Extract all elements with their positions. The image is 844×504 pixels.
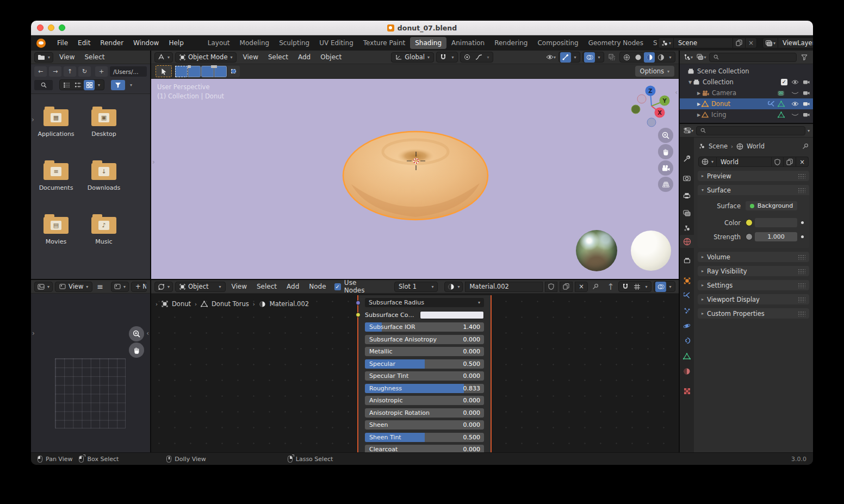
shader-menu-node[interactable]: Node (305, 282, 330, 291)
panel-ray-visibility[interactable]: ▸Ray Visibility (698, 266, 809, 276)
scene-copy-icon[interactable] (733, 38, 745, 48)
use-nodes-toggle[interactable]: ✓ Use Nodes (334, 280, 377, 294)
tab-view-layer-icon[interactable] (680, 207, 694, 220)
camera-visibility-icon[interactable] (803, 112, 810, 117)
subsurface-color-swatch[interactable] (420, 311, 484, 319)
crumb-world[interactable]: World (747, 142, 765, 150)
select-mode-subtract-icon[interactable] (201, 66, 214, 77)
viewport-type-icon[interactable]: ▾ (154, 52, 173, 63)
shader-menu-select[interactable]: Select (253, 282, 281, 291)
outliner-type-icon[interactable]: ▾ (683, 52, 694, 63)
scene-icon[interactable]: ▾ (659, 38, 674, 48)
properties-search-field[interactable] (696, 126, 805, 135)
file-browser-menu-view[interactable]: View (55, 52, 78, 62)
viewport-perspective-toggle-button[interactable] (658, 177, 673, 192)
select-mode-intersect-icon[interactable] (227, 66, 240, 77)
transform-orientation-dropdown[interactable]: Global▾ (391, 52, 434, 63)
color-socket-icon[interactable] (356, 313, 361, 318)
tab-object-icon[interactable] (680, 274, 694, 287)
outliner-row-collection[interactable]: ▼ Collection ✓ (680, 77, 813, 88)
panel-grip-icon[interactable] (798, 188, 805, 193)
proportional-falloff-icon[interactable] (473, 52, 484, 63)
world-copy-icon[interactable] (784, 157, 796, 167)
tab-scripting-cut[interactable]: S (648, 37, 658, 49)
breadcrumb-expand-icon[interactable]: › (156, 301, 158, 307)
viewport-camera-view-button[interactable] (658, 160, 673, 176)
material-fake-user-shield-icon[interactable] (545, 282, 557, 292)
select-mode-extend-icon[interactable] (188, 66, 201, 77)
viewport-menu-view[interactable]: View (239, 52, 262, 62)
proportional-edit-icon[interactable] (462, 52, 473, 63)
snap-dropdown[interactable]: ▾ (449, 52, 456, 63)
tab-modeling[interactable]: Modeling (235, 37, 275, 49)
viewport-menu-select[interactable]: Select (264, 52, 292, 62)
xray-toggle-icon[interactable] (606, 52, 617, 63)
shader-snap-magnet-icon[interactable] (620, 282, 631, 292)
panel-preview[interactable]: ▸Preview (698, 171, 809, 181)
overlays-toggle-icon[interactable] (584, 52, 595, 63)
properties-type-icon[interactable]: ▾ (683, 126, 694, 136)
shader-overlays-toggle-icon[interactable] (655, 282, 666, 292)
viewport-canvas[interactable]: User Perspective (1) Collection | Donut … (151, 79, 679, 279)
select-mode-invert-icon[interactable] (214, 66, 227, 77)
tab-sculpting[interactable]: Sculpting (274, 37, 314, 49)
strength-keyframe-dot[interactable] (801, 235, 804, 238)
shading-dropdown[interactable]: ▾ (667, 52, 674, 63)
display-mode-dropdown[interactable]: ▾ (95, 80, 103, 90)
image-editor-zoom-button[interactable] (129, 326, 144, 341)
panel-surface[interactable]: ▾Surface (698, 185, 809, 195)
menu-edit[interactable]: Edit (73, 37, 95, 49)
eye-open-icon[interactable] (791, 101, 799, 107)
tab-scene-icon[interactable] (680, 221, 694, 234)
strength-value-field[interactable]: 1.000 (755, 232, 797, 241)
collection-checkbox[interactable]: ✓ (781, 79, 787, 85)
gizmos-toggle-icon[interactable] (560, 52, 571, 63)
donut-object[interactable] (339, 123, 492, 227)
shader-overlays-dropdown[interactable]: ▾ (667, 282, 674, 292)
material-slot-dropdown[interactable]: Slot 1▾ (394, 282, 438, 292)
node-slider-subsurface-ior[interactable]: Subsurface IOR1.400 (365, 322, 484, 332)
display-horizontal-list-icon[interactable] (72, 80, 83, 90)
filter-toggle-icon[interactable] (111, 80, 125, 90)
tab-object-data-icon[interactable] (680, 350, 694, 363)
folder-item-downloads[interactable]: ↓ Downloads (80, 163, 127, 191)
tab-texture-icon[interactable] (680, 384, 694, 397)
shader-canvas[interactable]: › Donut › Donut Torus › Material.002 Sub… (151, 294, 679, 452)
strength-node-toggle[interactable] (746, 233, 753, 240)
file-browser-menu-select[interactable]: Select (81, 52, 109, 62)
node-slider-subsurface-anisotropy[interactable]: Subsurface Anisotropy0.000 (365, 335, 484, 344)
minimize-window-button[interactable] (48, 24, 54, 31)
panel-volume[interactable]: ▸Volume (698, 252, 809, 262)
camera-visibility-icon[interactable] (803, 79, 810, 85)
viewport-options-button[interactable]: Options▾ (635, 66, 674, 77)
scene-name[interactable]: Scene (674, 39, 733, 47)
eye-open-icon[interactable] (791, 79, 799, 85)
material-unlink-icon[interactable]: × (575, 282, 588, 292)
node-slider-anisotropic[interactable]: Anisotropic0.000 (365, 396, 484, 405)
node-slider-clearcoat[interactable]: Clearcoat0.000 (365, 445, 484, 452)
create-directory-icon[interactable]: + (95, 66, 108, 77)
snap-magnet-icon[interactable] (438, 52, 449, 63)
close-window-button[interactable] (37, 24, 44, 31)
node-slider-sheen[interactable]: Sheen0.000 (365, 420, 484, 430)
color-keyframe-dot[interactable] (801, 221, 804, 224)
tab-modifiers-icon[interactable] (680, 289, 694, 302)
node-slider-specular-tint[interactable]: Specular Tint0.000 (365, 371, 484, 381)
image-editor-type-icon[interactable]: ▾ (34, 282, 53, 292)
tab-tool-icon[interactable] (680, 152, 694, 165)
gizmos-dropdown[interactable]: ▾ (572, 52, 579, 63)
fake-user-shield-icon[interactable] (772, 157, 784, 167)
properties-options-dropdown[interactable]: ▾ (808, 128, 810, 133)
filter-dropdown[interactable]: ▾ (127, 80, 135, 90)
file-list-area[interactable]: › ▦ Applications ▣ Desktop ≡ Documents ↓… (31, 94, 150, 273)
world-browse-icon[interactable]: ▾ (698, 157, 717, 167)
tab-animation[interactable]: Animation (446, 37, 489, 49)
node-slider-anisotropic-rotation[interactable]: Anisotropic Rotation0.000 (365, 408, 484, 418)
material-pin-icon[interactable] (590, 282, 601, 292)
tab-rendering[interactable]: Rendering (489, 37, 532, 49)
directory-path-field[interactable]: /Users/... (110, 66, 147, 77)
outliner-row-donut[interactable]: ▶ Donut (680, 98, 813, 109)
folder-item-movies[interactable]: ▤ Movies (33, 217, 79, 245)
tab-geometry-nodes[interactable]: Geometry Nodes (584, 37, 648, 49)
refresh-icon[interactable]: ↻ (78, 66, 91, 77)
